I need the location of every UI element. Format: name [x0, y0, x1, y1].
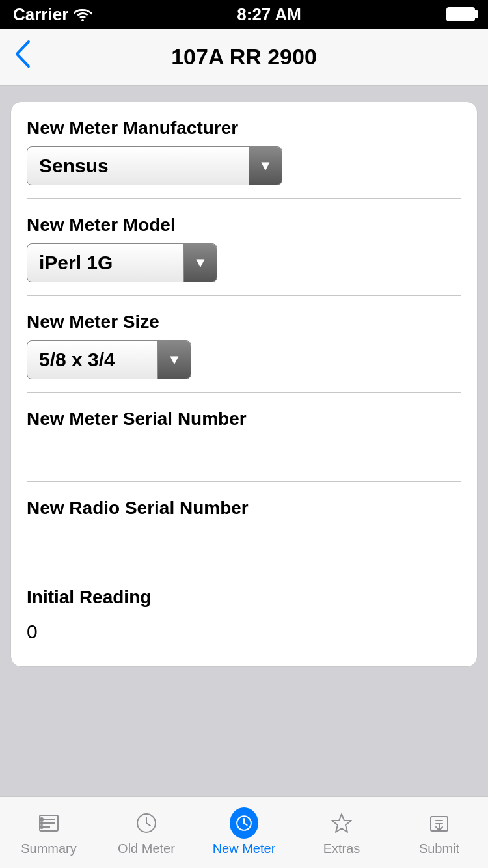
radio-serial-section: New Radio Serial Number — [27, 482, 461, 571]
model-label: New Meter Model — [27, 215, 461, 236]
model-value: iPerl 1G — [27, 244, 183, 282]
size-label: New Meter Size — [27, 312, 461, 332]
main-content: New Meter Manufacturer Sensus ▼ New Mete… — [0, 86, 488, 796]
new-meter-active-circle — [230, 807, 258, 839]
summary-tab-label: Summary — [21, 841, 77, 856]
page-title: 107A RR 2900 — [171, 44, 317, 70]
form-card: New Meter Manufacturer Sensus ▼ New Mete… — [10, 102, 478, 667]
manufacturer-section: New Meter Manufacturer Sensus ▼ — [27, 102, 461, 199]
model-dropdown-arrow[interactable]: ▼ — [183, 244, 217, 282]
old-meter-tab-label: Old Meter — [118, 841, 175, 856]
svg-point-6 — [40, 826, 43, 828]
svg-point-4 — [40, 818, 43, 821]
submit-icon — [425, 809, 454, 837]
svg-line-12 — [244, 823, 247, 825]
new-meter-tab-label: New Meter — [213, 841, 276, 856]
svg-marker-13 — [332, 814, 351, 832]
old-meter-icon — [132, 809, 161, 837]
manufacturer-dropdown-arrow[interactable]: ▼ — [249, 147, 282, 185]
tab-new-meter[interactable]: New Meter — [195, 797, 293, 868]
size-dropdown-arrow[interactable]: ▼ — [157, 341, 191, 379]
carrier-label: Carrier — [13, 5, 68, 25]
battery-icon — [446, 7, 475, 21]
back-button[interactable] — [13, 39, 31, 75]
radio-serial-label: New Radio Serial Number — [27, 498, 461, 519]
svg-point-5 — [40, 822, 43, 824]
navigation-bar: 107A RR 2900 — [0, 29, 488, 86]
initial-reading-value: 0 — [27, 616, 461, 648]
initial-reading-label: Initial Reading — [27, 587, 461, 608]
serial-number-label: New Meter Serial Number — [27, 409, 461, 429]
initial-reading-section: Initial Reading 0 — [27, 571, 461, 666]
model-dropdown[interactable]: iPerl 1G ▼ — [27, 243, 217, 282]
summary-icon — [34, 809, 63, 837]
status-bar-time: 8:27 AM — [237, 5, 301, 25]
manufacturer-value: Sensus — [27, 147, 249, 185]
status-bar-left: Carrier — [13, 5, 92, 25]
size-section: New Meter Size 5/8 x 3/4 ▼ — [27, 296, 461, 393]
model-section: New Meter Model iPerl 1G ▼ — [27, 199, 461, 296]
tab-extras[interactable]: Extras — [293, 797, 390, 868]
new-meter-icon — [230, 809, 258, 837]
serial-number-input[interactable] — [27, 437, 461, 468]
status-bar-right — [446, 7, 475, 21]
submit-tab-label: Submit — [419, 841, 459, 856]
svg-line-9 — [146, 823, 150, 826]
size-dropdown[interactable]: 5/8 x 3/4 ▼ — [27, 340, 191, 379]
size-value: 5/8 x 3/4 — [27, 341, 157, 379]
radio-serial-input[interactable] — [27, 526, 461, 558]
tab-bar: Summary Old Meter New Meter — [0, 796, 488, 868]
extras-icon — [327, 809, 356, 837]
tab-summary[interactable]: Summary — [0, 797, 98, 868]
manufacturer-dropdown[interactable]: Sensus ▼ — [27, 146, 282, 185]
status-bar: Carrier 8:27 AM — [0, 0, 488, 29]
tab-old-meter[interactable]: Old Meter — [98, 797, 195, 868]
extras-tab-label: Extras — [323, 841, 360, 856]
tab-submit[interactable]: Submit — [390, 797, 488, 868]
serial-number-section: New Meter Serial Number — [27, 393, 461, 482]
manufacturer-label: New Meter Manufacturer — [27, 118, 461, 139]
wifi-icon — [74, 7, 92, 21]
